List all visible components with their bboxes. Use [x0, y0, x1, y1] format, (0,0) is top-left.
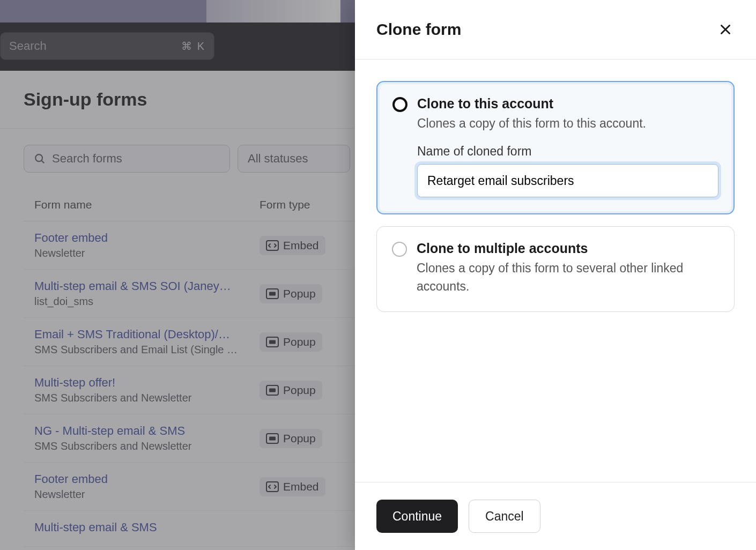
clone-form-panel: Clone form Clone to this account Clones …: [355, 0, 756, 550]
radio-unselected-icon: [392, 242, 407, 257]
option-this-title: Clone to this account: [417, 96, 718, 112]
panel-title: Clone form: [376, 20, 461, 39]
radio-selected-icon: [392, 97, 407, 112]
option-clone-this-account[interactable]: Clone to this account Clones a copy of t…: [376, 81, 735, 214]
cancel-button[interactable]: Cancel: [469, 500, 540, 533]
cloned-name-label: Name of cloned form: [417, 144, 718, 159]
option-clone-multiple-accounts[interactable]: Clone to multiple accounts Clones a copy…: [376, 226, 735, 312]
close-icon: [718, 23, 732, 36]
option-multi-title: Clone to multiple accounts: [417, 241, 719, 256]
close-button[interactable]: [716, 20, 735, 39]
continue-button[interactable]: Continue: [376, 500, 458, 533]
cloned-name-input[interactable]: [417, 164, 718, 197]
option-multi-desc: Clones a copy of this form to several ot…: [417, 259, 719, 295]
option-this-desc: Clones a copy of this form to this accou…: [417, 115, 718, 132]
